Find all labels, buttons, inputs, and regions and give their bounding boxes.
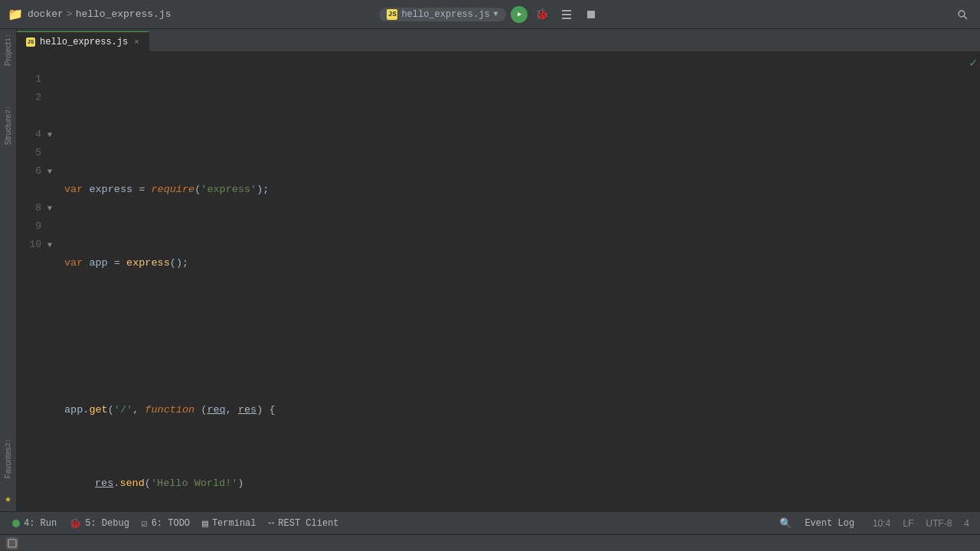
fold-arrow-4[interactable]: ▼ [47, 131, 52, 139]
code-line-empty-top [64, 107, 974, 126]
breadcrumb: docker > hello_express.js [28, 8, 171, 20]
code-editor[interactable]: var express = require('express'); var ap… [58, 52, 980, 511]
structure-label: Structure [4, 114, 12, 145]
rest-client-panel-button[interactable]: ↔ REST Client [263, 512, 345, 534]
search-icon[interactable] [952, 5, 972, 24]
terminal-label: Terminal [212, 518, 256, 529]
stop-icon[interactable] [581, 5, 601, 24]
debug-icon[interactable]: 🐞 [532, 5, 552, 24]
title-bar-center: JS hello_express.js ▼ 🐞 [379, 5, 600, 24]
todo-label: 6: TODO [152, 518, 190, 529]
project-number: 1: [5, 34, 12, 42]
encoding-label: UTF-8 [921, 518, 956, 529]
run-label: 4: Run [24, 518, 57, 529]
code-line-3-empty [64, 328, 974, 346]
breadcrumb-sep: > [67, 8, 73, 20]
status-right: 🔍 Event Log 10:4 LF UTF-8 4 [769, 517, 974, 530]
fold-gutter: ▼ ▼ ▼ ▼ [47, 52, 58, 511]
code-line-2: var app = express(); [64, 254, 974, 272]
favorites-number: 2: [5, 439, 12, 447]
rest-label: REST Client [278, 518, 338, 529]
code-line-1: var express = require('express'); [64, 181, 974, 199]
run-button[interactable] [511, 6, 528, 23]
main-layout: 1: Project 2: Structure 2: Favorites ★ J… [0, 29, 980, 511]
structure-number: 2: [5, 106, 12, 114]
title-file-badge[interactable]: JS hello_express.js ▼ [379, 8, 505, 21]
svg-rect-1 [562, 14, 571, 15]
rest-icon: ↔ [269, 517, 275, 529]
svg-rect-6 [8, 540, 16, 547]
breadcrumb-file: hello_express.js [76, 8, 172, 20]
docker-folder-icon: 📁 [8, 7, 23, 22]
cursor-position: 10:4 [868, 518, 895, 529]
todo-icon: ☑ [142, 517, 148, 530]
status-bar [0, 534, 980, 551]
fold-arrow-6[interactable]: ▼ [47, 168, 52, 176]
todo-panel-button[interactable]: ☑ 6: TODO [136, 512, 196, 534]
line-ending: LF [898, 518, 918, 529]
svg-rect-0 [562, 10, 571, 11]
title-bar-right [601, 5, 972, 24]
js-file-icon: JS [387, 9, 397, 20]
run-dot-icon [12, 520, 20, 527]
indent-label: 4 [959, 518, 974, 529]
code-line-5: res.send('Hello World!') [64, 474, 974, 493]
tab-js-icon: JS [26, 37, 35, 47]
code-line-4: app.get('/', function (req, res) { [64, 401, 974, 419]
dropdown-arrow-icon: ▼ [494, 10, 498, 18]
project-label: Project [4, 42, 12, 66]
favorites-label: Favorites [4, 447, 12, 478]
debug-icon-bottom: 🐞 [69, 517, 81, 530]
debug-label: 5: Debug [85, 518, 129, 529]
tab-label: hello_express.js [40, 37, 128, 47]
editor-wrapper: JS hello_express.js × 1 2 4 5 6 8 9 10 [17, 29, 980, 511]
fold-arrow-8[interactable]: ▼ [47, 204, 52, 213]
terminal-icon: ▤ [202, 517, 208, 530]
event-log-icon: 🔍 [775, 517, 796, 530]
sidebar-item-favorites[interactable]: 2: Favorites [4, 439, 12, 478]
debug-panel-button[interactable]: 🐞 5: Debug [63, 512, 136, 534]
title-file-name: hello_express.js [401, 9, 489, 20]
side-panel: 1: Project 2: Structure 2: Favorites ★ [0, 29, 17, 511]
tab-close-button[interactable]: × [134, 37, 139, 47]
tab-hello-express[interactable]: JS hello_express.js × [17, 31, 149, 51]
event-log-button[interactable]: 🔍 Event Log [769, 517, 865, 530]
run-panel-button[interactable]: 4: Run [6, 512, 63, 534]
sidebar-item-project[interactable]: 1: Project [4, 34, 12, 66]
sidebar-item-structure[interactable]: 2: Structure [4, 106, 12, 145]
star-icon: ★ [5, 492, 11, 505]
svg-line-5 [964, 16, 967, 19]
svg-rect-3 [587, 11, 595, 18]
svg-rect-2 [562, 18, 571, 19]
terminal-panel-button[interactable]: ▤ Terminal [196, 512, 262, 534]
title-bar-left: 📁 docker > hello_express.js [8, 7, 379, 22]
tab-bar: JS hello_express.js × [17, 29, 980, 52]
breadcrumb-docker: docker [28, 8, 64, 20]
title-bar: 📁 docker > hello_express.js JS hello_exp… [0, 0, 980, 29]
svg-point-4 [959, 11, 965, 17]
event-log-label: Event Log [800, 518, 859, 529]
line-numbers: 1 2 4 5 6 8 9 10 [17, 52, 47, 511]
fold-arrow-10[interactable]: ▼ [47, 241, 52, 249]
checkmark-icon: ✓ [969, 52, 980, 70]
editor-area[interactable]: 1 2 4 5 6 8 9 10 ▼ ▼ ▼ [17, 52, 980, 511]
status-bar-icon [6, 537, 18, 549]
build-icon[interactable] [557, 5, 577, 24]
bottom-bar: 4: Run 🐞 5: Debug ☑ 6: TODO ▤ Terminal ↔… [0, 511, 980, 534]
